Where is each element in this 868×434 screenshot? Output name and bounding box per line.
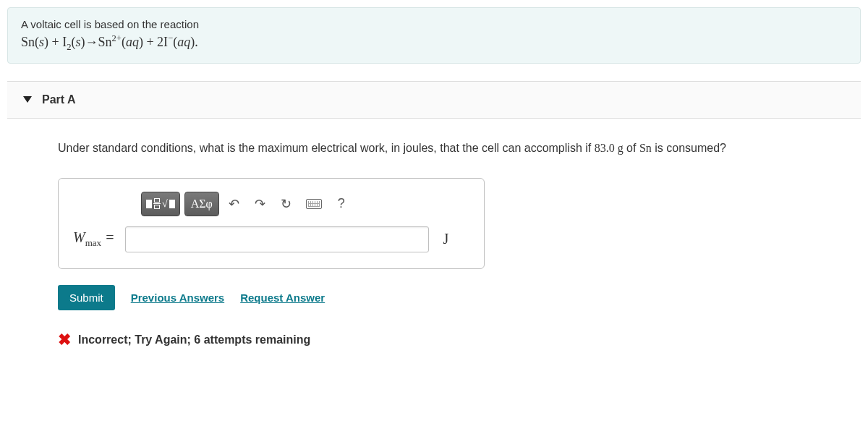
keyboard-icon bbox=[306, 199, 322, 209]
question-prefix: Under standard conditions, what is the m… bbox=[58, 142, 595, 154]
submit-button[interactable]: Submit bbox=[58, 285, 115, 310]
redo-icon: ↷ bbox=[255, 196, 265, 212]
keyboard-button[interactable] bbox=[302, 193, 326, 215]
undo-button[interactable]: ↶ bbox=[224, 193, 245, 215]
feedback-message: ✖ Incorrect; Try Again; 6 attempts remai… bbox=[58, 331, 861, 349]
symbols-button[interactable]: ΑΣφ bbox=[184, 192, 219, 216]
template-icon: √ bbox=[146, 198, 175, 210]
problem-intro: A voltaic cell is based on the reaction bbox=[21, 18, 847, 30]
undo-icon: ↶ bbox=[229, 196, 239, 212]
question-species: Sn bbox=[639, 142, 652, 154]
answer-box: √ ΑΣφ ↶ ↷ ↻ ? Wmax = J bbox=[58, 178, 485, 269]
problem-statement: A voltaic cell is based on the reaction … bbox=[7, 7, 861, 64]
request-answer-link[interactable]: Request Answer bbox=[240, 292, 325, 304]
var-subscript: max bbox=[85, 237, 101, 248]
part-title: Part A bbox=[42, 93, 76, 106]
reset-button[interactable]: ↻ bbox=[276, 193, 297, 215]
equals-sign: = bbox=[101, 229, 115, 245]
variable-label: Wmax = bbox=[73, 229, 115, 249]
templates-button[interactable]: √ bbox=[141, 192, 180, 216]
question-mid: of bbox=[624, 142, 639, 154]
incorrect-icon: ✖ bbox=[58, 331, 71, 349]
unit-label: J bbox=[443, 231, 449, 247]
var-symbol: W bbox=[73, 229, 85, 245]
chevron-down-icon bbox=[23, 96, 32, 103]
question-suffix: is consumed? bbox=[652, 142, 726, 154]
question-text: Under standard conditions, what is the m… bbox=[58, 142, 861, 155]
actions-row: Submit Previous Answers Request Answer bbox=[58, 285, 861, 310]
equation-toolbar: √ ΑΣφ ↶ ↷ ↻ ? bbox=[141, 192, 469, 216]
part-header[interactable]: Part A bbox=[7, 81, 861, 119]
part-body: Under standard conditions, what is the m… bbox=[0, 119, 868, 364]
answer-row: Wmax = J bbox=[73, 226, 469, 252]
answer-input[interactable] bbox=[125, 226, 429, 252]
reset-icon: ↻ bbox=[281, 196, 292, 212]
previous-answers-link[interactable]: Previous Answers bbox=[131, 292, 225, 304]
feedback-text: Incorrect; Try Again; 6 attempts remaini… bbox=[78, 333, 310, 346]
question-value: 83.0 g bbox=[595, 142, 624, 154]
redo-button[interactable]: ↷ bbox=[250, 193, 271, 215]
help-button[interactable]: ? bbox=[331, 193, 352, 215]
reaction-equation: Sn(s) + I2(s)→Sn2+(aq) + 2I−(aq). bbox=[21, 33, 847, 53]
